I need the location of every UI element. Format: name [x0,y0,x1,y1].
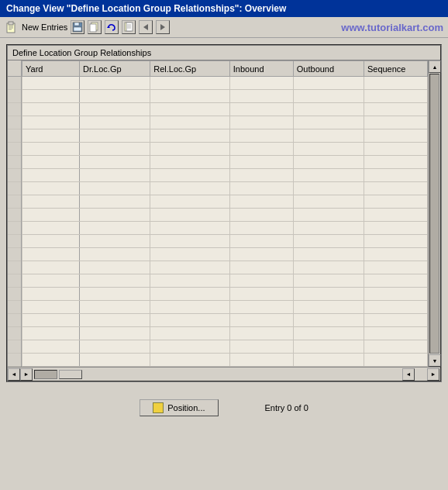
scroll-left-btn[interactable]: ◄ [8,368,20,381]
table-cell[interactable] [293,354,364,367]
table-cell[interactable] [364,340,427,354]
table-cell[interactable] [150,209,230,222]
table-cell[interactable] [364,248,427,261]
table-cell[interactable] [22,222,80,235]
table-cell[interactable] [22,169,80,182]
table-cell[interactable] [229,116,293,129]
table-cell[interactable] [293,248,364,261]
table-cell[interactable] [364,90,427,103]
hscroll-thumb[interactable] [59,370,82,379]
table-cell[interactable] [22,129,80,143]
table-cell[interactable] [22,235,80,248]
table-cell[interactable] [364,288,427,301]
table-cell[interactable] [229,340,293,354]
table-cell[interactable] [293,195,364,209]
table-cell[interactable] [364,156,427,169]
table-cell[interactable] [364,182,427,195]
table-cell[interactable] [22,340,80,354]
table-cell[interactable] [80,77,150,90]
table-cell[interactable] [364,261,427,274]
table-cell[interactable] [293,327,364,340]
table-cell[interactable] [293,77,364,90]
table-row[interactable] [22,301,428,314]
table-cell[interactable] [364,327,427,340]
table-cell[interactable] [229,90,293,103]
table-cell[interactable] [22,301,80,314]
table-cell[interactable] [150,116,230,129]
table-cell[interactable] [364,209,427,222]
table-cell[interactable] [150,354,230,367]
table-cell[interactable] [80,261,150,274]
table-cell[interactable] [364,143,427,156]
table-cell[interactable] [80,103,150,116]
table-cell[interactable] [229,182,293,195]
table-row[interactable] [22,314,428,327]
table-cell[interactable] [293,129,364,143]
save-toolbar-icon[interactable] [71,20,84,34]
table-cell[interactable] [150,90,230,103]
table-cell[interactable] [150,274,230,288]
table-cell[interactable] [80,143,150,156]
table-cell[interactable] [293,209,364,222]
table-cell[interactable] [364,274,427,288]
table-cell[interactable] [80,169,150,182]
table-cell[interactable] [150,222,230,235]
table-cell[interactable] [293,261,364,274]
table-row[interactable] [22,340,428,354]
table-cell[interactable] [80,129,150,143]
table-cell[interactable] [229,103,293,116]
table-cell[interactable] [293,143,364,156]
table-cell[interactable] [150,195,230,209]
table-cell[interactable] [364,77,427,90]
table-cell[interactable] [229,195,293,209]
table-cell[interactable] [80,327,150,340]
table-cell[interactable] [229,248,293,261]
table-cell[interactable] [80,301,150,314]
table-row[interactable] [22,116,428,129]
scroll-right-3-btn[interactable]: ► [427,368,439,381]
table-row[interactable] [22,288,428,301]
table-cell[interactable] [229,143,293,156]
table-cell[interactable] [229,235,293,248]
table-cell[interactable] [293,90,364,103]
table-cell[interactable] [150,261,230,274]
table-cell[interactable] [293,103,364,116]
table-row[interactable] [22,90,428,103]
page-toolbar-icon[interactable] [122,20,136,34]
table-cell[interactable] [22,195,80,209]
table-cell[interactable] [22,354,80,367]
table-cell[interactable] [293,222,364,235]
table-row[interactable] [22,327,428,340]
table-cell[interactable] [229,169,293,182]
table-cell[interactable] [364,314,427,327]
scroll-down-btn[interactable]: ▼ [429,354,441,367]
scroll-right-btn[interactable]: ► [20,368,33,381]
table-cell[interactable] [80,354,150,367]
table-cell[interactable] [22,314,80,327]
undo-toolbar-icon[interactable] [105,20,119,34]
table-row[interactable] [22,103,428,116]
table-row[interactable] [22,169,428,182]
table-cell[interactable] [229,156,293,169]
table-cell[interactable] [22,143,80,156]
table-cell[interactable] [293,288,364,301]
table-cell[interactable] [229,301,293,314]
table-row[interactable] [22,209,428,222]
table-cell[interactable] [80,222,150,235]
table-cell[interactable] [22,116,80,129]
table-cell[interactable] [364,195,427,209]
table-cell[interactable] [150,143,230,156]
position-button[interactable]: Position... [140,399,218,416]
table-cell[interactable] [22,77,80,90]
table-cell[interactable] [229,77,293,90]
table-cell[interactable] [150,248,230,261]
prev-toolbar-icon[interactable] [139,20,153,34]
table-cell[interactable] [22,156,80,169]
table-cell[interactable] [150,169,230,182]
table-row[interactable] [22,77,428,90]
table-cell[interactable] [364,235,427,248]
table-cell[interactable] [150,288,230,301]
table-cell[interactable] [80,288,150,301]
table-cell[interactable] [22,182,80,195]
table-row[interactable] [22,129,428,143]
